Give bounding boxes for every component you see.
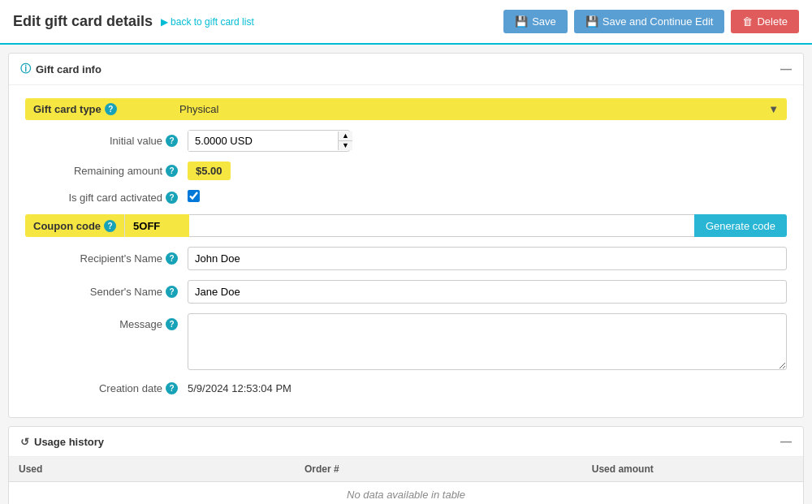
coupon-spacer bbox=[189, 214, 694, 237]
initial-value-help-icon[interactable]: ? bbox=[166, 135, 178, 147]
coupon-code-label: Coupon code ? bbox=[25, 214, 124, 237]
history-icon: ↺ bbox=[20, 436, 29, 448]
is-activated-label: Is gift card activated ? bbox=[25, 192, 188, 204]
usage-history-collapse-icon[interactable]: — bbox=[780, 435, 792, 448]
no-data-cell: No data available in table bbox=[9, 482, 803, 505]
usage-history-header: ↺ Usage history — bbox=[9, 427, 803, 457]
senders-name-help-icon[interactable]: ? bbox=[166, 286, 178, 298]
spinner-up-button[interactable]: ▲ bbox=[339, 131, 352, 141]
initial-value-label: Initial value ? bbox=[25, 135, 188, 147]
recipients-name-label: Recipient's Name ? bbox=[25, 252, 188, 265]
recipients-name-help-icon[interactable]: ? bbox=[166, 252, 178, 265]
no-data-row: No data available in table bbox=[9, 482, 803, 505]
gift-card-info-body: Gift card type ? Physical Virtual ▼ Init… bbox=[9, 85, 803, 417]
usage-history-table-wrap: Used Order # Used amount No data availab… bbox=[9, 457, 803, 504]
coupon-code-control: Coupon code ? Generate code bbox=[25, 214, 787, 237]
gift-card-type-select[interactable]: Physical Virtual bbox=[179, 103, 768, 115]
save-continue-button[interactable]: 💾 Save and Continue Edit bbox=[574, 10, 725, 33]
creation-date-label: Creation date ? bbox=[25, 382, 188, 394]
is-activated-checkbox[interactable] bbox=[188, 190, 200, 202]
is-activated-control bbox=[188, 190, 787, 205]
usage-history-section: ↺ Usage history — Used Order # Used amou… bbox=[8, 426, 804, 504]
remaining-amount-label: Remaining amount ? bbox=[25, 165, 188, 177]
back-arrow-icon: ▶ bbox=[161, 16, 168, 28]
coupon-code-row: Coupon code ? Generate code bbox=[25, 214, 787, 237]
gift-card-type-select-wrap: Physical Virtual ▼ bbox=[179, 103, 779, 115]
is-activated-help-icon[interactable]: ? bbox=[166, 192, 178, 204]
spinner-down-button[interactable]: ▼ bbox=[339, 141, 352, 150]
creation-date-value: 5/9/2024 12:53:04 PM bbox=[188, 382, 787, 394]
initial-value-spinner: ▲ ▼ bbox=[188, 130, 350, 152]
recipients-name-row: Recipient's Name ? bbox=[25, 247, 787, 270]
is-activated-row: Is gift card activated ? bbox=[25, 190, 787, 205]
save-icon: 💾 bbox=[515, 15, 528, 28]
page-header: Edit gift card details ▶ back to gift ca… bbox=[0, 0, 812, 45]
message-control bbox=[188, 313, 787, 373]
col-used: Used bbox=[9, 457, 201, 482]
spinner-buttons: ▲ ▼ bbox=[338, 131, 352, 150]
section-title-left: ⓘ Gift card info bbox=[20, 62, 102, 76]
initial-value-control: ▲ ▼ bbox=[188, 130, 787, 152]
back-link[interactable]: ▶ back to gift card list bbox=[161, 16, 254, 28]
message-help-icon[interactable]: ? bbox=[166, 318, 178, 330]
col-used-amount: Used amount bbox=[442, 457, 803, 482]
remaining-amount-help-icon[interactable]: ? bbox=[166, 165, 178, 177]
initial-value-input[interactable] bbox=[188, 131, 338, 151]
gift-card-type-highlight: Gift card type ? Physical Virtual ▼ bbox=[25, 98, 787, 120]
generate-code-button[interactable]: Generate code bbox=[694, 214, 787, 237]
delete-button[interactable]: 🗑 Delete bbox=[731, 10, 799, 33]
coupon-code-input[interactable] bbox=[124, 214, 189, 237]
creation-date-row: Creation date ? 5/9/2024 12:53:04 PM bbox=[25, 382, 787, 394]
table-body: No data available in table bbox=[9, 482, 803, 505]
remaining-amount-row: Remaining amount ? $5.00 bbox=[25, 162, 787, 180]
gift-card-type-help-icon[interactable]: ? bbox=[105, 103, 117, 115]
header-buttons: 💾 Save 💾 Save and Continue Edit 🗑 Delete bbox=[503, 10, 799, 33]
creation-date-help-icon[interactable]: ? bbox=[166, 382, 178, 394]
collapse-icon[interactable]: — bbox=[780, 62, 792, 75]
message-row: Message ? bbox=[25, 313, 787, 373]
gift-card-info-section: ⓘ Gift card info — Gift card type ? Phys… bbox=[8, 53, 804, 418]
gift-card-info-title: Gift card info bbox=[36, 63, 102, 75]
remaining-amount-value: $5.00 bbox=[188, 162, 231, 180]
recipients-name-control bbox=[188, 247, 787, 270]
usage-history-table: Used Order # Used amount No data availab… bbox=[9, 457, 803, 504]
gift-card-type-label: Gift card type ? bbox=[33, 103, 179, 115]
table-header-row: Used Order # Used amount bbox=[9, 457, 803, 482]
save-continue-icon: 💾 bbox=[585, 15, 598, 28]
usage-history-title-left: ↺ Usage history bbox=[20, 436, 104, 448]
initial-value-row: Initial value ? ▲ ▼ bbox=[25, 130, 787, 152]
message-textarea[interactable] bbox=[188, 313, 787, 370]
info-icon: ⓘ bbox=[20, 62, 31, 76]
senders-name-label: Sender's Name ? bbox=[25, 286, 188, 298]
gift-card-type-row: Gift card type ? Physical Virtual ▼ bbox=[25, 98, 787, 120]
senders-name-row: Sender's Name ? bbox=[25, 280, 787, 304]
recipients-name-input[interactable] bbox=[188, 247, 787, 270]
usage-history-title: Usage history bbox=[34, 436, 104, 448]
senders-name-control bbox=[188, 280, 787, 304]
page-title: Edit gift card details bbox=[13, 13, 153, 30]
coupon-code-help-icon[interactable]: ? bbox=[104, 220, 116, 232]
senders-name-input[interactable] bbox=[188, 280, 787, 304]
message-label: Message ? bbox=[25, 313, 188, 330]
save-button[interactable]: 💾 Save bbox=[503, 10, 568, 33]
gift-card-info-header: ⓘ Gift card info — bbox=[9, 54, 803, 85]
col-order: Order # bbox=[201, 457, 442, 482]
header-left: Edit gift card details ▶ back to gift ca… bbox=[13, 13, 254, 30]
delete-icon: 🗑 bbox=[742, 15, 753, 28]
remaining-amount-control: $5.00 bbox=[188, 162, 787, 180]
dropdown-arrow-icon: ▼ bbox=[768, 103, 779, 115]
table-head: Used Order # Used amount bbox=[9, 457, 803, 482]
